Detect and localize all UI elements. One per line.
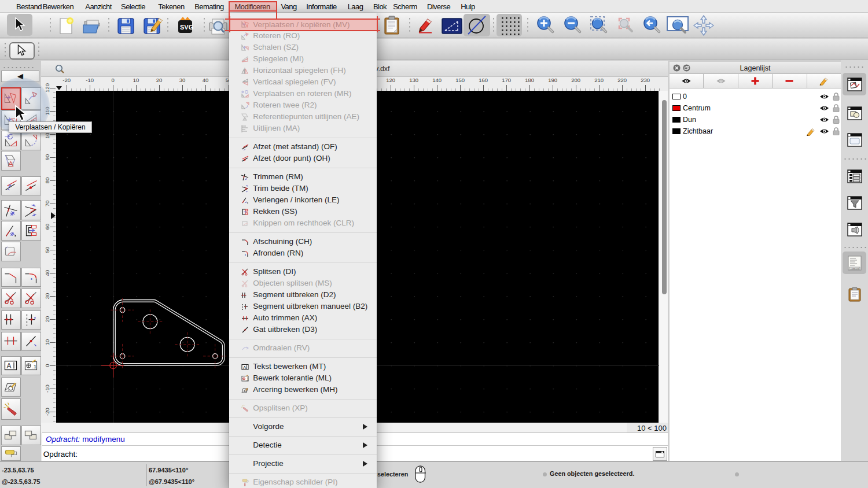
svg-text:.1: .1 xyxy=(32,364,36,369)
svg-text:A: A xyxy=(243,364,247,369)
svg-text:A: A xyxy=(6,362,11,370)
svg-text:SVG: SVG xyxy=(180,24,193,31)
svg-text:command: command xyxy=(851,267,859,269)
svg-text:.1: .1 xyxy=(246,376,249,380)
